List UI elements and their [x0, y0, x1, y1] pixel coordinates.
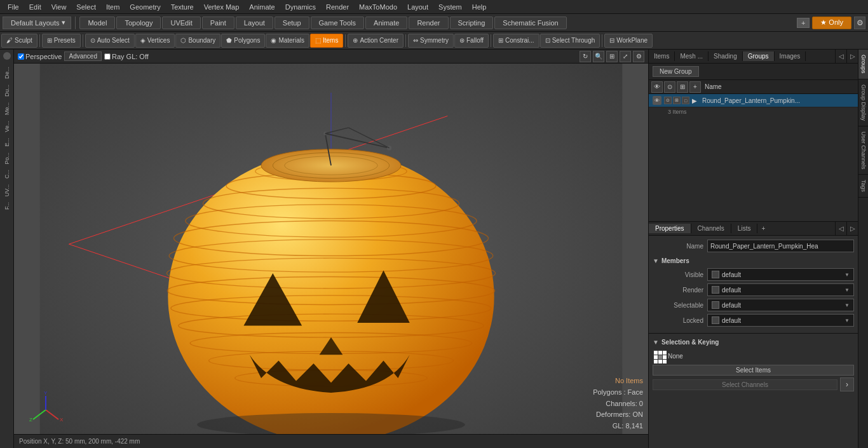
sculpt-btn[interactable]: 🖌 Sculpt	[1, 34, 37, 48]
panel-tab-items[interactable]: Items	[649, 51, 675, 61]
panel-tab-mesh[interactable]: Mesh ...	[675, 51, 709, 61]
props-tab-properties[interactable]: Properties	[649, 224, 691, 233]
menu-vertex-map[interactable]: Vertex Map	[199, 2, 245, 12]
right-vtab-group-display[interactable]: Group Display	[858, 79, 868, 126]
presets-btn[interactable]: ⊞ Presets	[42, 34, 81, 48]
props-collapse-icon[interactable]: ◁	[835, 222, 846, 236]
menu-item[interactable]: Item	[101, 2, 125, 12]
props-expand-icon[interactable]: ▷	[846, 222, 858, 236]
menu-view[interactable]: View	[46, 2, 72, 12]
render-dropdown[interactable]: default ▼	[707, 283, 854, 296]
group-render-btn[interactable]: ⊙	[664, 81, 675, 93]
panel-tab-groups[interactable]: Groups	[743, 51, 775, 61]
right-vtab-tags[interactable]: Tags	[858, 175, 868, 198]
symmetry-btn[interactable]: ⇔ Symmetry	[408, 34, 454, 48]
items-btn[interactable]: ⬚ Items	[310, 34, 343, 48]
layout-tab-topology[interactable]: Topology	[116, 17, 161, 29]
left-tab-du[interactable]: Du...	[3, 82, 11, 99]
layout-tab-model[interactable]: Model	[79, 17, 115, 29]
viewport-canvas[interactable]: No Items Polygons : Face Channels: 0 Def…	[14, 64, 648, 448]
props-tab-plus[interactable]: +	[757, 224, 769, 233]
panel-collapse-icon[interactable]: ◁	[835, 50, 846, 64]
left-tab-c[interactable]: C...	[3, 167, 11, 181]
layout-tab-layout[interactable]: Layout	[236, 17, 273, 29]
select-items-button[interactable]: Select Items	[653, 365, 854, 376]
right-vtab-user-channels[interactable]: User Channels	[858, 126, 868, 175]
action-center-btn[interactable]: ⊕ Action Center	[348, 34, 403, 48]
boundary-btn[interactable]: ⬡ Boundary	[175, 34, 220, 48]
menu-system[interactable]: System	[433, 2, 467, 12]
sel-keying-header[interactable]: ▼ Selection & Keying	[653, 337, 854, 347]
menu-animate[interactable]: Animate	[244, 2, 280, 12]
menu-geometry[interactable]: Geometry	[125, 2, 165, 12]
left-tab-ve[interactable]: Ve...	[3, 118, 11, 135]
vp-active-checkbox[interactable]	[18, 53, 24, 60]
layout-tab-uvedit[interactable]: UVEdit	[162, 17, 200, 29]
vp-settings-icon[interactable]: ⚙	[633, 51, 644, 62]
props-tab-channels[interactable]: Channels	[691, 224, 731, 233]
layout-tab-paint[interactable]: Paint	[202, 17, 234, 29]
group-sel-icon[interactable]: ⊞	[673, 97, 681, 104]
vp-maximize-icon[interactable]: ⤢	[620, 51, 631, 62]
vp-perspective-toggle[interactable]: Perspective	[18, 53, 62, 60]
visible-dropdown[interactable]: default ▼	[707, 268, 854, 281]
left-sidebar-toggle[interactable]	[3, 52, 11, 60]
vertices-btn[interactable]: ◈ Vertices	[135, 34, 175, 48]
menu-layout[interactable]: Layout	[402, 2, 433, 12]
layout-settings-icon[interactable]: ⚙	[854, 17, 865, 29]
panel-tab-shading[interactable]: Shading	[709, 51, 743, 61]
group-extra-btn[interactable]: +	[689, 81, 701, 93]
name-input[interactable]	[707, 240, 854, 252]
select-channels-button[interactable]: Select Channels	[653, 379, 837, 390]
menu-edit[interactable]: Edit	[24, 2, 46, 12]
group-render-icon[interactable]: ⊙	[664, 97, 672, 104]
vp-zoom-icon[interactable]: 🔍	[593, 51, 604, 62]
panel-tab-images[interactable]: Images	[775, 51, 806, 61]
polygons-btn[interactable]: ⬟ Polygons	[221, 34, 265, 48]
vp-rotate-icon[interactable]: ↻	[580, 51, 591, 62]
group-lock-icon[interactable]: □	[682, 97, 689, 104]
menu-dynamics[interactable]: Dynamics	[280, 2, 321, 12]
panel-expand-icon[interactable]: ▷	[846, 50, 858, 64]
left-tab-e[interactable]: E...	[3, 135, 11, 149]
workplane-btn[interactable]: ⊟ WorkPlane	[604, 34, 653, 48]
falloff-btn[interactable]: ⊛ Falloff	[454, 34, 489, 48]
layout-tab-schematic[interactable]: Schematic Fusion	[494, 17, 566, 29]
left-tab-po[interactable]: Po...	[3, 150, 11, 167]
menu-file[interactable]: File	[3, 2, 24, 12]
menu-select[interactable]: Select	[71, 2, 101, 12]
layout-tab-setup[interactable]: Setup	[275, 17, 309, 29]
vp-raygl-checkbox[interactable]	[104, 53, 111, 60]
vp-raygl-toggle[interactable]: Ray GL: Off	[104, 53, 149, 60]
group-item[interactable]: 👁 ⊙ ⊞ □ ▶ Round_Paper_Lantern_Pumpkin...	[649, 94, 858, 107]
constrain-btn[interactable]: ⊞ Constrai...	[493, 34, 539, 48]
forward-button[interactable]: ›	[840, 377, 854, 391]
left-tab-uv[interactable]: UV...	[3, 182, 11, 199]
group-item-eye[interactable]: 👁	[653, 96, 661, 105]
left-tab-de[interactable]: De...	[3, 64, 11, 81]
group-eye-btn[interactable]: 👁	[651, 81, 663, 93]
layout-tab-scripting[interactable]: Scripting	[450, 17, 494, 29]
layout-tab-render[interactable]: Render	[409, 17, 448, 29]
select-through-btn[interactable]: ⊡ Select Through	[540, 34, 600, 48]
locked-dropdown[interactable]: default ▼	[707, 314, 854, 327]
left-tab-f[interactable]: F...	[3, 200, 11, 212]
menu-maxtomodo[interactable]: MaxToModo	[354, 2, 402, 12]
left-tab-me[interactable]: Me...	[3, 100, 11, 118]
right-vtab-groups[interactable]: Groups	[858, 50, 868, 79]
group-expand-arrow[interactable]: ▶	[692, 97, 697, 104]
layout-tab-game-tools[interactable]: Game Tools	[311, 17, 365, 29]
selectable-dropdown[interactable]: default ▼	[707, 299, 854, 311]
layout-plus-btn[interactable]: +	[797, 18, 810, 28]
layout-tab-animate[interactable]: Animate	[365, 17, 407, 29]
menu-texture[interactable]: Texture	[166, 2, 199, 12]
vp-advanced-btn[interactable]: Advanced	[64, 51, 101, 61]
materials-btn[interactable]: ◉ Materials	[266, 34, 309, 48]
new-group-button[interactable]: New Group	[653, 66, 699, 77]
group-lock-btn[interactable]: ⊞	[677, 81, 688, 93]
auto-select-btn[interactable]: ⊙ Auto Select	[85, 34, 135, 48]
layout-only-btn[interactable]: ★ Only	[812, 17, 851, 29]
vp-fit-icon[interactable]: ⊞	[606, 51, 618, 62]
menu-render[interactable]: Render	[321, 2, 354, 12]
layout-dropdown[interactable]: Default Layouts ▾	[3, 17, 71, 29]
